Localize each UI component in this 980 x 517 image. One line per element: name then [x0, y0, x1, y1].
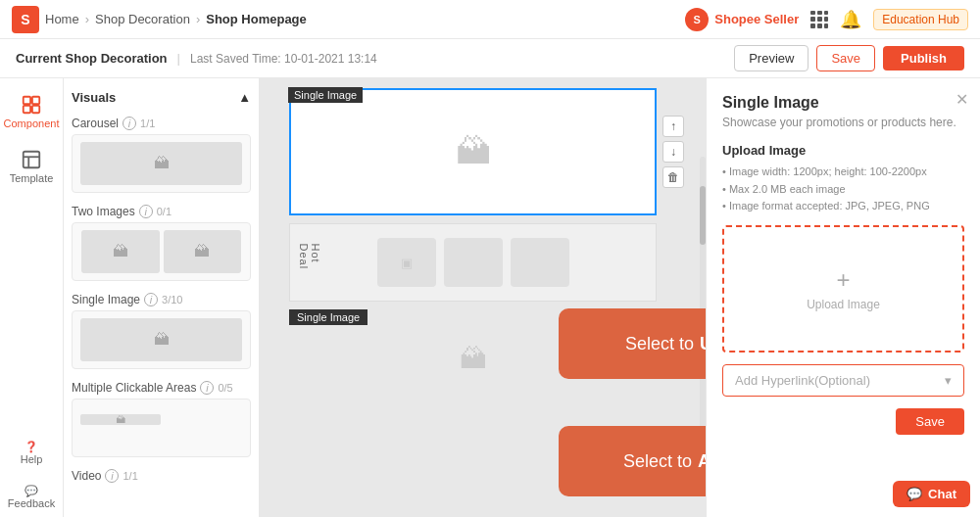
- last-saved-time: Last Saved Time: 10-01-2021 13:14: [190, 52, 377, 66]
- publish-button[interactable]: Publish: [883, 46, 964, 70]
- top-nav: S Home › Shop Decoration › Shop Homepage…: [0, 0, 980, 39]
- upload-area-label: Upload Image: [807, 298, 880, 311]
- action-bar: Current Shop Decoration | Last Saved Tim…: [0, 39, 980, 78]
- carousel-preview[interactable]: 🏔: [72, 134, 251, 193]
- multiple-info-icon[interactable]: i: [200, 381, 214, 395]
- feedback-item[interactable]: 💬 Feedback: [4, 477, 59, 517]
- shop-decoration-link[interactable]: Shop Decoration: [95, 12, 190, 26]
- sidebar-item-component[interactable]: Component: [4, 86, 59, 137]
- mc-cell1: 🏔: [80, 414, 161, 425]
- two-images-info-icon[interactable]: i: [139, 205, 153, 218]
- collapse-icon[interactable]: ▲: [238, 90, 251, 105]
- home-link[interactable]: Home: [45, 12, 79, 26]
- video-title: Video i 1/1: [72, 469, 251, 483]
- seller-badge: S Shopee Seller: [685, 8, 799, 31]
- help-item[interactable]: ❓ Help: [17, 433, 47, 473]
- sep1: ›: [85, 12, 89, 26]
- two-images-left: 🏔: [81, 230, 159, 273]
- panel-save-area: Save: [722, 408, 964, 435]
- upload-plus-icon: +: [836, 266, 850, 294]
- single-image-count: 3/10: [162, 294, 182, 306]
- video-info-icon[interactable]: i: [105, 469, 119, 483]
- single-image-canvas-area: 🏔: [289, 88, 657, 215]
- hot-deal-img3: [511, 238, 569, 287]
- top-nav-right: S Shopee Seller 🔔 Education Hub: [685, 8, 968, 31]
- upload-prefix: Select to: [625, 334, 694, 354]
- feedback-label: Feedback: [8, 497, 55, 509]
- two-images-right: 🏔: [164, 230, 241, 273]
- component-panel: Visuals ▲ Carousel i 1/1 🏔 Two Images i …: [64, 78, 260, 517]
- action-bar-left: Current Shop Decoration | Last Saved Tim…: [16, 51, 377, 66]
- two-images-title: Two Images i 0/1: [72, 205, 251, 218]
- single-image-title: Single Image i 3/10: [72, 293, 251, 306]
- education-hub-button[interactable]: Education Hub: [873, 9, 968, 30]
- hot-deal-img1: ▣: [377, 238, 436, 287]
- section-video: Video i 1/1: [72, 469, 251, 483]
- chevron-down-icon: ▾: [945, 373, 952, 388]
- single-image-block-top[interactable]: Single Image 🏔 ↑ ↓ 🗑: [289, 88, 657, 215]
- overlay-upload-btn[interactable]: Select to Upload Image: [559, 308, 706, 379]
- multiple-count: 0/5: [218, 382, 232, 394]
- hot-deal-img2: [444, 238, 503, 287]
- close-icon[interactable]: ✕: [956, 90, 968, 109]
- single-image-label-top: Single Image: [288, 87, 363, 103]
- single-image-placeholder: 🏔: [80, 318, 242, 361]
- single-image-label-bottom: Single Image: [289, 309, 368, 325]
- svg-rect-4: [24, 152, 40, 168]
- sidebar-item-template[interactable]: Template: [4, 141, 59, 192]
- chat-label: Chat: [928, 487, 956, 501]
- current-decoration-label: Current Shop Decoration: [16, 51, 168, 66]
- upload-area[interactable]: + Upload Image: [722, 225, 964, 352]
- hyperlink-bold: Add Hyperlink: [698, 451, 706, 472]
- mountain-icon4: 🏔: [154, 331, 170, 349]
- hyperlink-select[interactable]: Add Hyperlink(Optional) ▾: [722, 364, 964, 397]
- help-label: Help: [21, 453, 43, 465]
- multiple-clickable-title: Multiple Clickable Areas i 0/5: [72, 381, 251, 395]
- single-image-info-icon[interactable]: i: [144, 293, 158, 306]
- panel-save-button[interactable]: Save: [896, 408, 964, 435]
- section-two-images: Two Images i 0/1 🏔 🏔: [72, 205, 251, 281]
- panel-title: Single Image: [722, 94, 964, 112]
- carousel-title: Carousel i 1/1: [72, 117, 251, 130]
- hyperlink-placeholder: Add Hyperlink(Optional): [735, 373, 870, 388]
- template-label: Template: [10, 172, 54, 184]
- two-images-preview[interactable]: 🏔 🏔: [72, 222, 251, 281]
- component-label: Component: [4, 118, 60, 129]
- mountain-icon2: 🏔: [113, 243, 128, 260]
- hint1: • Image width: 1200px; height: 100-2200p…: [722, 164, 964, 181]
- chat-button[interactable]: 💬 Chat: [893, 481, 970, 507]
- two-images-count: 0/1: [157, 206, 172, 217]
- hot-deal-label: Hot Deal: [298, 244, 321, 282]
- svg-rect-1: [32, 97, 39, 104]
- mountain-icon: 🏔: [154, 155, 170, 172]
- mountain-icon3: 🏔: [194, 243, 210, 260]
- save-button[interactable]: Save: [816, 45, 875, 71]
- sidebar: Component Template ❓ Help 💬 Feedback: [0, 78, 64, 517]
- grid-icon[interactable]: [810, 11, 828, 28]
- upload-section-title: Upload Image: [722, 143, 964, 158]
- overlay-hyperlink-btn[interactable]: Select to Add Hyperlink: [559, 426, 706, 496]
- carousel-info-icon[interactable]: i: [122, 117, 136, 130]
- move-up-btn[interactable]: ↑: [662, 116, 684, 137]
- panel-subtitle: Showcase your promotions or products her…: [722, 116, 964, 129]
- sep2: ›: [196, 12, 200, 26]
- preview-button[interactable]: Preview: [734, 45, 808, 71]
- svg-rect-2: [24, 106, 30, 113]
- hyperlink-prefix: Select to: [623, 451, 692, 472]
- shop-homepage-link: Shop Homepage: [206, 12, 307, 26]
- multiple-clickable-preview[interactable]: 🏔: [72, 399, 251, 457]
- notification-icon[interactable]: 🔔: [840, 9, 861, 30]
- section-multiple-clickable: Multiple Clickable Areas i 0/5 🏔: [72, 381, 251, 457]
- seller-name: Shopee Seller: [714, 12, 799, 26]
- chat-icon: 💬: [906, 487, 922, 501]
- upload-bold: Upload Image: [700, 334, 706, 354]
- delete-btn[interactable]: 🗑: [662, 166, 684, 188]
- carousel-placeholder: 🏔: [80, 142, 242, 185]
- carousel-count: 1/1: [140, 118, 155, 129]
- move-down-btn[interactable]: ↓: [662, 141, 684, 163]
- seller-logo: S: [685, 8, 709, 31]
- panel-title: Visuals: [72, 90, 116, 105]
- single-image-preview[interactable]: 🏔: [72, 310, 251, 369]
- svg-rect-3: [32, 106, 39, 113]
- video-count: 1/1: [122, 470, 137, 482]
